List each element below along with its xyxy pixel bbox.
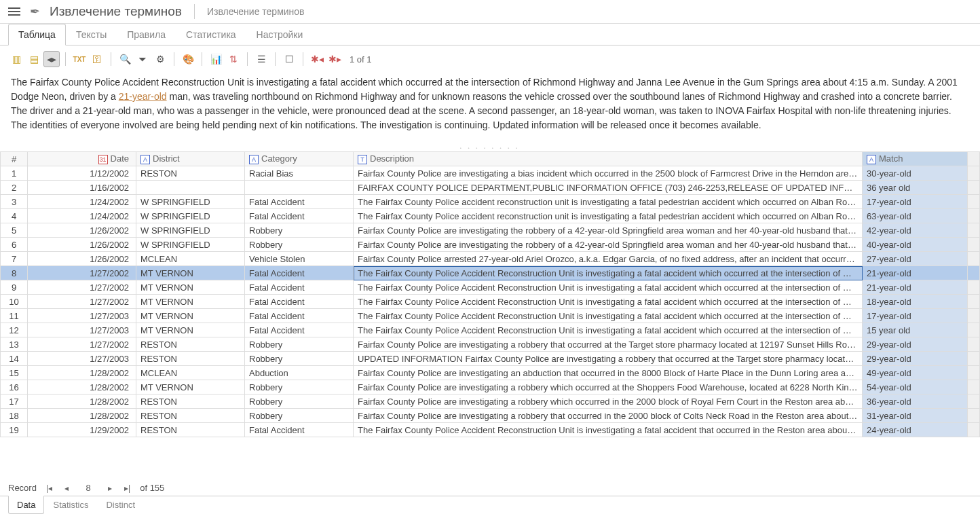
cell-col-district[interactable] [136,181,245,195]
cell-col-num[interactable]: 10 [1,295,28,309]
cell-col-category[interactable]: Robbery [245,337,354,352]
table-row[interactable]: 161/28/2002MT VERNONRobberyFairfax Count… [1,380,980,394]
table-row[interactable]: 141/27/2003RESTONRobberyUPDATED INFORMAT… [1,352,980,366]
toolbar-btn-columns-icon[interactable]: ▥ [8,51,24,67]
table-row[interactable]: 71/26/2002MCLEANVehicle StolenFairfax Co… [1,252,980,266]
cell-col-district[interactable]: RESTON [136,166,245,181]
cell-col-category[interactable]: Racial Bias [245,166,354,181]
cell-col-description[interactable]: Fairfax County Police are investigating … [354,223,863,238]
cell-col-category[interactable]: Robbery [245,352,354,366]
cell-col-num[interactable]: 12 [1,323,28,337]
header-num[interactable]: # [1,152,28,166]
cell-col-date[interactable]: 1/27/2003 [28,352,136,366]
tab-4[interactable]: Настройки [246,24,314,45]
cell-col-num[interactable]: 6 [1,238,28,252]
cell-col-match[interactable]: 63-year-old [863,209,968,223]
cell-col-district[interactable]: RESTON [136,394,245,409]
cell-col-district[interactable]: MT VERNON [136,323,245,337]
cell-col-match[interactable]: 17-year-old [863,195,968,209]
toolbar-btn-key-icon[interactable]: ⚿ [89,51,105,67]
horizontal-splitter[interactable]: • • • • • • • • [0,146,980,151]
cell-col-district[interactable]: W SPRINGFIELD [136,195,245,209]
cell-col-description[interactable]: Fairfax County Police arrested 27-year-o… [354,252,863,266]
cell-col-match[interactable]: 30-year-old [863,166,968,181]
cell-col-district[interactable]: MCLEAN [136,252,245,266]
table-row[interactable]: 21/16/2002FAIRFAX COUNTY POLICE DEPARTME… [1,181,980,195]
cell-col-match[interactable]: 42-year-old [863,223,968,238]
cell-col-match[interactable]: 31-year-old [863,409,968,423]
cell-col-match[interactable]: 17-year-old [863,309,968,323]
toolbar-btn-next-match-icon[interactable]: ✱▸ [326,51,343,67]
cell-col-match[interactable]: 36-year-old [863,394,968,409]
nav-first-icon[interactable]: |◂ [43,483,55,493]
cell-col-category[interactable]: Robbery [245,238,354,252]
tab-0[interactable]: Таблица [8,24,66,45]
table-row[interactable]: 181/28/2002RESTONRobberyFairfax County P… [1,409,980,423]
cell-col-district[interactable]: MT VERNON [136,295,245,309]
cell-col-category[interactable] [245,181,354,195]
table-row[interactable]: 81/27/2002MT VERNONFatal AccidentThe Fai… [1,266,980,280]
cell-col-description[interactable]: Fairfax County Police are investigating … [354,380,863,394]
cell-col-category[interactable]: Fatal Accident [245,195,354,209]
cell-col-num[interactable]: 13 [1,337,28,352]
cell-col-category[interactable]: Fatal Accident [245,309,354,323]
cell-col-num[interactable]: 7 [1,252,28,266]
cell-col-description[interactable]: The Fairfax County Police Accident Recon… [354,295,863,309]
cell-col-num[interactable]: 16 [1,380,28,394]
table-row[interactable]: 91/27/2002MT VERNONFatal AccidentThe Fai… [1,280,980,295]
toolbar-btn-checkbox-icon[interactable]: ☐ [281,51,297,67]
cell-col-category[interactable]: Robbery [245,223,354,238]
cell-col-category[interactable]: Fatal Accident [245,280,354,295]
cell-col-district[interactable]: RESTON [136,409,245,423]
cell-col-match[interactable]: 40-year-old [863,238,968,252]
cell-col-category[interactable]: Robbery [245,409,354,423]
cell-col-date[interactable]: 1/16/2002 [28,181,136,195]
cell-col-category[interactable]: Fatal Accident [245,423,354,437]
bottom-tab-0[interactable]: Data [8,496,44,514]
toolbar-btn-palette-icon[interactable]: 🎨 [180,51,196,67]
cell-col-match[interactable]: 49-year-old [863,366,968,380]
cell-col-date[interactable]: 1/27/2003 [28,323,136,337]
cell-col-description[interactable]: Fairfax County Police are investigating … [354,394,863,409]
cell-col-date[interactable]: 1/28/2002 [28,366,136,380]
cell-col-category[interactable]: Robbery [245,394,354,409]
cell-col-category[interactable]: Fatal Accident [245,266,354,280]
cell-col-date[interactable]: 1/27/2002 [28,266,136,280]
cell-col-num[interactable]: 18 [1,409,28,423]
toolbar-btn-prev-match-icon[interactable]: ✱◂ [309,51,325,67]
cell-col-num[interactable]: 3 [1,195,28,209]
table-row[interactable]: 131/27/2002RESTONRobberyFairfax County P… [1,337,980,352]
header-match[interactable]: AMatch [863,152,968,166]
cell-col-category[interactable]: Fatal Accident [245,323,354,337]
table-row[interactable]: 11/12/2002RESTONRacial BiasFairfax Count… [1,166,980,181]
bottom-tab-1[interactable]: Statistics [44,496,97,514]
cell-col-date[interactable]: 1/26/2002 [28,223,136,238]
cell-col-date[interactable]: 1/27/2003 [28,309,136,323]
tab-3[interactable]: Статистика [176,24,246,45]
table-row[interactable]: 111/27/2003MT VERNONFatal AccidentThe Fa… [1,309,980,323]
header-district[interactable]: ADistrict [136,152,245,166]
cell-col-match[interactable]: 21-year-old [863,280,968,295]
cell-col-district[interactable]: RESTON [136,337,245,352]
cell-col-match[interactable]: 15 year old [863,323,968,337]
cell-col-district[interactable]: RESTON [136,352,245,366]
cell-col-district[interactable]: MT VERNON [136,309,245,323]
cell-col-district[interactable]: W SPRINGFIELD [136,223,245,238]
preview-highlight-link[interactable]: 21-year-old [119,91,167,102]
cell-col-description[interactable]: The Fairfax County Police accident recon… [354,209,863,223]
table-row[interactable]: 101/27/2002MT VERNONFatal AccidentThe Fa… [1,295,980,309]
cell-col-date[interactable]: 1/27/2002 [28,337,136,352]
nav-next-icon[interactable]: ▸ [105,483,115,493]
header-description[interactable]: TDescription [354,152,863,166]
cell-col-district[interactable]: MT VERNON [136,266,245,280]
cell-col-category[interactable]: Abduction [245,366,354,380]
nav-prev-icon[interactable]: ◂ [62,483,71,493]
cell-col-num[interactable]: 14 [1,352,28,366]
cell-col-num[interactable]: 19 [1,423,28,437]
cell-col-match[interactable]: 36 year old [863,181,968,195]
tab-2[interactable]: Правила [117,24,176,45]
cell-col-district[interactable]: RESTON [136,423,245,437]
nav-last-icon[interactable]: ▸| [121,483,133,493]
cell-col-date[interactable]: 1/27/2002 [28,280,136,295]
cell-col-match[interactable]: 29-year-old [863,352,968,366]
